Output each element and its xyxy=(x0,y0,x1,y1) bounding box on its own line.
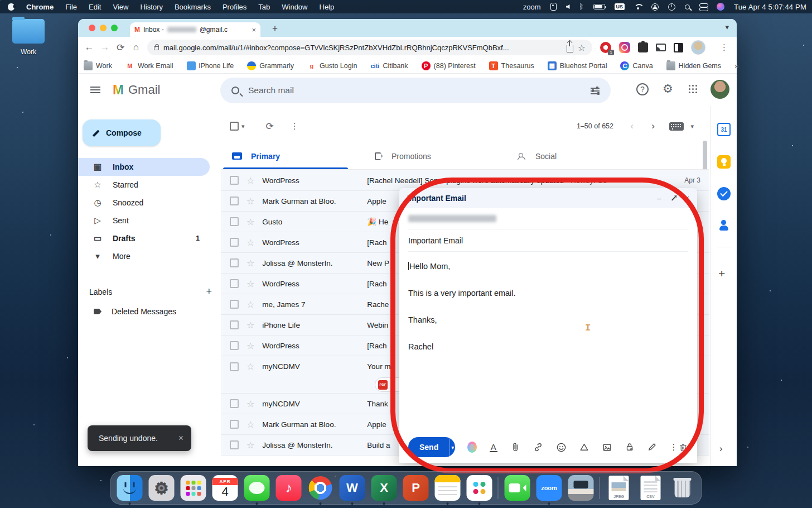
row-checkbox[interactable] xyxy=(230,258,239,267)
side-panel-collapse-icon[interactable]: › xyxy=(719,444,722,454)
compose-minimize-icon[interactable]: – xyxy=(657,194,661,203)
dock-item[interactable] xyxy=(307,475,334,501)
user-account-icon[interactable] xyxy=(651,3,659,11)
dock-app-icon[interactable]: ⚙ xyxy=(149,475,175,501)
row-star-icon[interactable]: ☆ xyxy=(246,399,254,409)
add-label-icon[interactable]: + xyxy=(206,286,212,298)
menu-item-bookmarks[interactable]: Bookmarks xyxy=(175,3,211,11)
toast-close-icon[interactable]: × xyxy=(178,433,183,443)
back-button[interactable]: ← xyxy=(81,42,97,53)
sidebar-item[interactable]: Inbox xyxy=(78,158,210,176)
bookmark-item[interactable]: Hidden Gems xyxy=(666,61,721,70)
new-tab-button[interactable]: + xyxy=(272,23,278,33)
dock-item[interactable] xyxy=(669,475,696,501)
google-apps-icon[interactable] xyxy=(689,85,698,94)
compose-close-icon[interactable]: × xyxy=(685,194,689,203)
help-icon[interactable]: ? xyxy=(636,83,649,95)
row-checkbox[interactable] xyxy=(230,341,239,350)
row-star-icon[interactable]: ☆ xyxy=(246,217,254,227)
dock-item[interactable]: APR 4 xyxy=(212,475,239,501)
bookmark-item[interactable]: ▦ Bluehost Portal xyxy=(548,61,607,70)
spotlight-search-icon[interactable] xyxy=(685,4,690,9)
dock-app-icon[interactable] xyxy=(244,475,270,501)
tab-strip-chevron-icon[interactable]: ▾ xyxy=(725,23,729,31)
confidential-mode-icon[interactable] xyxy=(625,442,635,453)
compose-header[interactable]: Important Email – × xyxy=(399,188,697,208)
dock-app-icon[interactable] xyxy=(308,475,334,501)
sidebar-label-deleted-messages[interactable]: Deleted Messages xyxy=(78,303,176,320)
row-checkbox[interactable] xyxy=(230,217,239,226)
calendar-icon[interactable]: 31 xyxy=(717,123,731,136)
compose-button[interactable]: Compose xyxy=(83,119,161,146)
browser-tab-inbox[interactable]: M Inbox - @gmail.c × xyxy=(130,22,260,37)
bookmark-item[interactable]: Work xyxy=(84,61,112,70)
settings-gear-icon[interactable]: ⚙ xyxy=(663,82,673,95)
dock-item[interactable] xyxy=(117,475,143,501)
dock-app-icon[interactable] xyxy=(505,475,530,501)
bookmark-item[interactable]: T Thesaurus xyxy=(489,61,534,70)
dock-app-icon[interactable] xyxy=(670,475,695,501)
menu-item-help[interactable]: Help xyxy=(320,3,335,11)
dock-app-icon[interactable] xyxy=(181,475,206,501)
dock-item[interactable]: CSV xyxy=(637,475,664,501)
tasks-icon[interactable] xyxy=(717,187,731,200)
browser-profile-avatar[interactable] xyxy=(691,40,705,55)
forward-button[interactable]: → xyxy=(97,42,113,53)
zoom-window-button[interactable] xyxy=(111,25,118,31)
row-checkbox[interactable] xyxy=(230,279,239,288)
display-status-icon[interactable] xyxy=(550,3,557,11)
sidebar-item[interactable]: Sent xyxy=(78,212,210,229)
share-icon[interactable] xyxy=(567,45,573,52)
address-bar[interactable]: mail.google.com/mail/u/1/#inbox?compose=… xyxy=(147,40,592,55)
time-machine-icon[interactable] xyxy=(668,3,675,11)
dock-item[interactable] xyxy=(434,475,461,501)
search-mail-input[interactable]: Search mail xyxy=(220,78,611,103)
dock-app-icon[interactable]: P xyxy=(403,475,429,501)
bookmark-star-icon[interactable]: ☆ xyxy=(578,42,586,53)
bookmarks-overflow-icon[interactable]: » xyxy=(734,61,748,70)
send-options-icon[interactable]: ▾ xyxy=(450,437,455,457)
select-all-checkbox[interactable] xyxy=(230,122,239,131)
sidebar-item[interactable]: Starred xyxy=(78,176,210,194)
dock-app-icon[interactable] xyxy=(467,475,492,501)
red-extension-icon[interactable]: 1 xyxy=(600,42,611,53)
menu-item-edit[interactable]: Edit xyxy=(89,3,101,11)
dock-item[interactable]: X xyxy=(371,475,398,501)
tab-promotions[interactable]: Promotions xyxy=(355,143,497,169)
dock-app-icon[interactable] xyxy=(568,475,594,501)
row-star-icon[interactable]: ☆ xyxy=(246,341,254,351)
cast-icon[interactable] xyxy=(656,44,666,51)
minimize-window-button[interactable] xyxy=(100,25,107,31)
input-tools-icon[interactable] xyxy=(669,122,684,131)
row-checkbox[interactable] xyxy=(230,176,239,185)
sidebar-item[interactable]: More xyxy=(78,247,210,265)
reload-button[interactable]: ⟳ xyxy=(113,42,128,54)
dock-item[interactable] xyxy=(466,475,493,501)
apple-menu-icon[interactable] xyxy=(8,3,14,11)
refresh-icon[interactable]: ⟳ xyxy=(266,121,274,132)
bookmark-item[interactable]: Grammarly xyxy=(247,61,294,70)
row-star-icon[interactable]: ☆ xyxy=(246,258,254,269)
dock-item[interactable]: W xyxy=(339,475,366,501)
menu-item-profiles[interactable]: Profiles xyxy=(223,3,246,11)
dock-app-icon[interactable]: JPEG xyxy=(606,475,632,501)
control-center-icon[interactable] xyxy=(699,3,707,10)
row-star-icon[interactable]: ☆ xyxy=(246,279,254,289)
menu-item-file[interactable]: File xyxy=(65,3,77,11)
more-options-icon[interactable]: ⋮ xyxy=(291,121,299,131)
tab-social[interactable]: Social xyxy=(497,143,631,169)
keep-icon[interactable] xyxy=(717,155,731,169)
dock-item[interactable] xyxy=(244,475,270,501)
dock-app-icon[interactable]: W xyxy=(340,475,365,501)
dock-item[interactable] xyxy=(498,475,499,501)
row-checkbox[interactable] xyxy=(230,440,239,449)
compose-subject-field[interactable]: Important Email xyxy=(408,229,688,252)
search-options-icon[interactable] xyxy=(591,87,600,94)
dock-app-icon[interactable] xyxy=(498,475,499,501)
folder-icon[interactable] xyxy=(12,19,45,44)
camera-extension-icon[interactable] xyxy=(619,42,630,53)
sidebar-item[interactable]: Snoozed xyxy=(78,194,210,212)
url-text[interactable]: mail.google.com/mail/u/1/#inbox?compose=… xyxy=(163,44,509,52)
bookmark-item[interactable]: g Gusto Login xyxy=(307,61,357,70)
row-checkbox[interactable] xyxy=(230,399,239,408)
